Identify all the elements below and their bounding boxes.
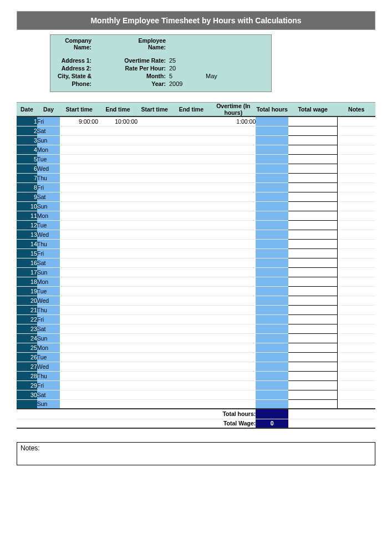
start1-cell[interactable] bbox=[60, 135, 98, 145]
end1-cell[interactable] bbox=[98, 380, 138, 390]
date-cell[interactable]: 18 bbox=[17, 277, 37, 286]
notes-cell[interactable] bbox=[337, 211, 375, 220]
start1-cell[interactable] bbox=[60, 192, 98, 201]
end1-cell[interactable]: 10:00:00 bbox=[98, 116, 138, 126]
year-value[interactable]: 2009 bbox=[168, 80, 195, 87]
start2-cell[interactable] bbox=[138, 277, 171, 286]
overtime-cell[interactable] bbox=[211, 126, 256, 135]
start1-cell[interactable] bbox=[60, 230, 98, 239]
start2-cell[interactable] bbox=[138, 116, 171, 126]
end1-cell[interactable] bbox=[98, 220, 138, 230]
date-cell[interactable]: 28 bbox=[17, 371, 37, 380]
overtime-cell[interactable] bbox=[211, 230, 256, 239]
overtime-cell[interactable] bbox=[211, 248, 256, 258]
notes-cell[interactable] bbox=[337, 220, 375, 230]
end2-cell[interactable] bbox=[171, 286, 211, 296]
date-cell[interactable]: 7 bbox=[17, 173, 37, 182]
date-cell[interactable]: 27 bbox=[17, 362, 37, 371]
overtime-cell[interactable] bbox=[211, 267, 256, 277]
start2-cell[interactable] bbox=[138, 380, 171, 390]
start2-cell[interactable] bbox=[138, 296, 171, 305]
overtime-cell[interactable] bbox=[211, 324, 256, 333]
start1-cell[interactable] bbox=[60, 211, 98, 220]
start2-cell[interactable] bbox=[138, 135, 171, 145]
start2-cell[interactable] bbox=[138, 182, 171, 192]
date-cell[interactable]: 8 bbox=[17, 182, 37, 192]
end2-cell[interactable] bbox=[171, 173, 211, 182]
start1-cell[interactable] bbox=[60, 182, 98, 192]
overtime-cell[interactable] bbox=[211, 258, 256, 267]
notes-cell[interactable] bbox=[337, 116, 375, 126]
end1-cell[interactable] bbox=[98, 239, 138, 248]
notes-cell[interactable] bbox=[337, 352, 375, 362]
end1-cell[interactable] bbox=[98, 192, 138, 201]
start1-cell[interactable] bbox=[60, 248, 98, 258]
notes-cell[interactable] bbox=[337, 267, 375, 277]
start1-cell[interactable] bbox=[60, 201, 98, 211]
start1-cell[interactable] bbox=[60, 258, 98, 267]
start1-cell[interactable] bbox=[60, 126, 98, 135]
overtime-cell[interactable] bbox=[211, 314, 256, 324]
notes-cell[interactable] bbox=[337, 314, 375, 324]
overtime-cell[interactable] bbox=[211, 173, 256, 182]
end2-cell[interactable] bbox=[171, 220, 211, 230]
start1-cell[interactable] bbox=[60, 352, 98, 362]
end2-cell[interactable] bbox=[171, 352, 211, 362]
start2-cell[interactable] bbox=[138, 248, 171, 258]
start1-cell[interactable] bbox=[60, 380, 98, 390]
end1-cell[interactable] bbox=[98, 333, 138, 343]
notes-cell[interactable] bbox=[337, 296, 375, 305]
date-cell[interactable]: 11 bbox=[17, 211, 37, 220]
end1-cell[interactable] bbox=[98, 390, 138, 399]
overtime-cell[interactable] bbox=[211, 145, 256, 154]
end2-cell[interactable] bbox=[171, 182, 211, 192]
end2-cell[interactable] bbox=[171, 258, 211, 267]
overtime-cell[interactable] bbox=[211, 380, 256, 390]
rate-per-hour-value[interactable]: 20 bbox=[168, 65, 195, 72]
end2-cell[interactable] bbox=[171, 324, 211, 333]
date-cell[interactable]: 12 bbox=[17, 220, 37, 230]
notes-cell[interactable] bbox=[337, 164, 375, 173]
end1-cell[interactable] bbox=[98, 277, 138, 286]
notes-cell[interactable] bbox=[337, 192, 375, 201]
start1-cell[interactable] bbox=[60, 173, 98, 182]
end2-cell[interactable] bbox=[171, 362, 211, 371]
start2-cell[interactable] bbox=[138, 239, 171, 248]
notes-cell[interactable] bbox=[337, 154, 375, 164]
start2-cell[interactable] bbox=[138, 173, 171, 182]
date-cell[interactable]: 22 bbox=[17, 314, 37, 324]
date-cell[interactable]: 16 bbox=[17, 258, 37, 267]
date-cell[interactable]: 1 bbox=[17, 116, 37, 126]
overtime-cell[interactable] bbox=[211, 277, 256, 286]
overtime-cell[interactable] bbox=[211, 164, 256, 173]
date-cell[interactable]: 13 bbox=[17, 230, 37, 239]
overtime-cell[interactable] bbox=[211, 333, 256, 343]
end1-cell[interactable] bbox=[98, 164, 138, 173]
date-cell[interactable]: 20 bbox=[17, 296, 37, 305]
notes-cell[interactable] bbox=[337, 135, 375, 145]
start2-cell[interactable] bbox=[138, 399, 171, 409]
start1-cell[interactable] bbox=[60, 314, 98, 324]
end2-cell[interactable] bbox=[171, 192, 211, 201]
end2-cell[interactable] bbox=[171, 296, 211, 305]
start1-cell[interactable] bbox=[60, 305, 98, 314]
notes-cell[interactable] bbox=[337, 371, 375, 380]
overtime-cell[interactable] bbox=[211, 343, 256, 352]
end2-cell[interactable] bbox=[171, 277, 211, 286]
date-cell[interactable]: 6 bbox=[17, 164, 37, 173]
end2-cell[interactable] bbox=[171, 371, 211, 380]
notes-cell[interactable] bbox=[337, 305, 375, 314]
end2-cell[interactable] bbox=[171, 145, 211, 154]
start2-cell[interactable] bbox=[138, 267, 171, 277]
overtime-cell[interactable] bbox=[211, 296, 256, 305]
end1-cell[interactable] bbox=[98, 248, 138, 258]
start2-cell[interactable] bbox=[138, 201, 171, 211]
date-cell[interactable]: 29 bbox=[17, 380, 37, 390]
date-cell[interactable]: 15 bbox=[17, 248, 37, 258]
start2-cell[interactable] bbox=[138, 192, 171, 201]
end1-cell[interactable] bbox=[98, 324, 138, 333]
overtime-cell[interactable] bbox=[211, 192, 256, 201]
end2-cell[interactable] bbox=[171, 211, 211, 220]
date-cell[interactable]: 5 bbox=[17, 154, 37, 164]
notes-cell[interactable] bbox=[337, 277, 375, 286]
